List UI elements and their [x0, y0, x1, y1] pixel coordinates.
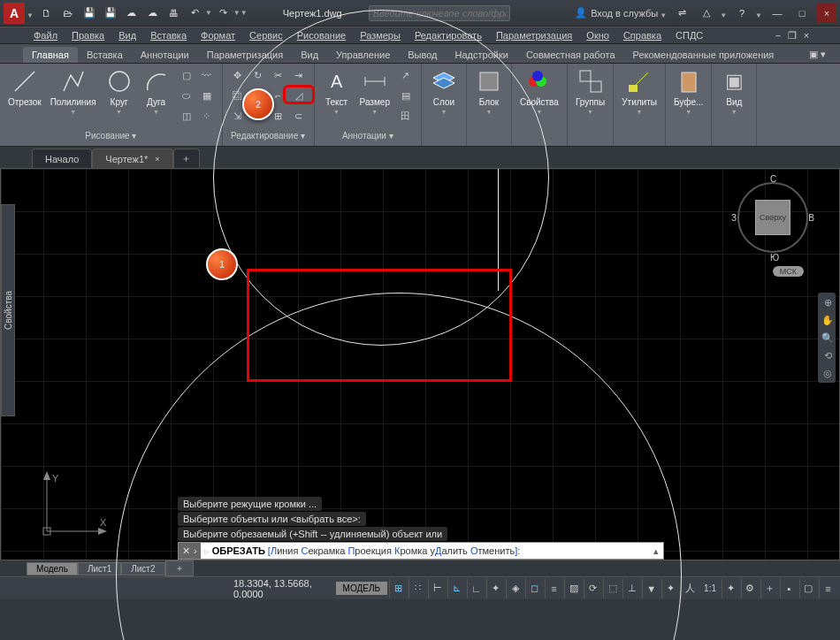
- doc-minimize[interactable]: −: [771, 28, 785, 42]
- command-area: Выберите режущие кромки ... Выберите объ…: [178, 497, 664, 560]
- redo-icon[interactable]: ↷: [214, 4, 233, 23]
- selection-rectangle: [247, 269, 512, 382]
- cmd-history-line: Выберите объекты или <выбрать все>:: [178, 512, 366, 526]
- doc-restore[interactable]: ❐: [785, 28, 799, 42]
- menu-window[interactable]: Окно: [579, 27, 616, 43]
- user-icon: 👤: [575, 7, 587, 19]
- cleanscreen-toggle[interactable]: ▢: [799, 579, 817, 598]
- command-line[interactable]: ✕› ▹ ОБРЕЗАТЬ [Линия Секрамка Проекция К…: [178, 542, 664, 560]
- wheel-icon[interactable]: ◎: [820, 365, 836, 381]
- saveas-icon[interactable]: 💾: [101, 4, 120, 23]
- zoom-icon[interactable]: 🔍: [820, 330, 836, 346]
- hwaccel-toggle[interactable]: ▪: [780, 579, 798, 598]
- svg-text:X: X: [100, 517, 107, 528]
- tab-home[interactable]: Главная: [23, 47, 78, 63]
- cloud-open-icon[interactable]: ☁: [122, 4, 141, 23]
- pan-icon[interactable]: ✋: [820, 312, 836, 328]
- customize-status[interactable]: ≡: [819, 579, 836, 598]
- polyline-button[interactable]: Полилиния▼: [48, 65, 99, 117]
- menu-help[interactable]: Справка: [616, 27, 668, 43]
- help-icon[interactable]: ?: [732, 4, 752, 23]
- navigation-bar: ⊕ ✋ 🔍 ⟲ ◎: [818, 293, 836, 383]
- group-clipboard: Буфе...▼: [666, 64, 712, 146]
- svg-text:Y: Y: [52, 473, 59, 484]
- cmd-history-line: Выберите обрезаемый (+Shift -- удлиняемы…: [178, 527, 447, 541]
- tab-annotate[interactable]: Аннотации: [132, 47, 198, 63]
- drawing-canvas[interactable]: Свойства 1 Y X Сверху С Ю В З МСК ⊕ ✋ 🔍 …: [0, 168, 840, 560]
- close-button[interactable]: ×: [817, 4, 836, 23]
- svg-point-8: [532, 71, 543, 81]
- tab-insert[interactable]: Вставка: [78, 47, 132, 63]
- groups-button[interactable]: Группы▼: [573, 65, 607, 117]
- wcs-badge[interactable]: МСК: [773, 266, 804, 277]
- app-logo[interactable]: A: [4, 3, 25, 24]
- viewcube[interactable]: Сверху С Ю В З: [733, 178, 813, 257]
- tab-featured[interactable]: Рекомендованные приложения: [624, 47, 783, 63]
- svg-rect-13: [682, 72, 696, 92]
- view-button[interactable]: ▣Вид▼: [717, 65, 751, 117]
- circle-button[interactable]: Круг▼: [103, 65, 136, 117]
- tab-start[interactable]: Начало: [32, 149, 92, 168]
- utilities-button[interactable]: Утилиты▼: [619, 65, 660, 117]
- open-icon[interactable]: 🗁: [58, 4, 78, 23]
- close-icon[interactable]: ×: [155, 155, 159, 164]
- login-services[interactable]: 👤 Вход в службы ▼: [575, 6, 667, 19]
- region-icon[interactable]: ◫: [177, 106, 196, 126]
- annomonitor-toggle[interactable]: ＋: [760, 579, 778, 598]
- svg-line-0: [15, 72, 34, 91]
- app-menu-drop[interactable]: ▼: [27, 6, 34, 19]
- menu-view[interactable]: Вид: [111, 27, 143, 43]
- tab-model[interactable]: Модель: [27, 562, 78, 575]
- rect-icon[interactable]: ▢: [177, 65, 196, 85]
- doc-close[interactable]: ×: [799, 28, 813, 42]
- annotation-scale[interactable]: 1:1: [700, 583, 720, 593]
- tab-collab[interactable]: Совместная работа: [517, 47, 624, 63]
- svg-point-1: [110, 72, 129, 91]
- arc-button[interactable]: Дуга▼: [140, 65, 173, 117]
- tab-layout1[interactable]: Лист1: [78, 562, 121, 575]
- cloud-save-icon[interactable]: ☁: [143, 4, 163, 23]
- save-icon[interactable]: 💾: [80, 4, 99, 23]
- properties-panel-tab[interactable]: Свойства: [1, 204, 15, 416]
- new-icon[interactable]: 🗋: [37, 4, 57, 23]
- callout-2: 2: [242, 88, 274, 120]
- annovisibility-toggle[interactable]: ✦: [722, 579, 739, 598]
- close-icon[interactable]: ✕: [182, 545, 190, 557]
- hatch-icon[interactable]: ▦: [197, 86, 217, 105]
- svg-marker-17: [98, 528, 107, 535]
- fullnav-icon[interactable]: ⊕: [820, 294, 836, 310]
- cmd-history-line: Выберите режущие кромки ...: [178, 497, 322, 511]
- maximize-button[interactable]: □: [792, 4, 812, 23]
- menu-parametric[interactable]: Параметризация: [489, 27, 579, 43]
- exchange-icon[interactable]: ⇌: [672, 4, 691, 23]
- tab-panel-tools[interactable]: ▣ ▾: [800, 46, 835, 63]
- svg-marker-15: [43, 471, 50, 480]
- menu-format[interactable]: Формат: [194, 27, 242, 43]
- svg-rect-10: [591, 81, 601, 92]
- clipboard-button[interactable]: Буфе...▼: [671, 65, 706, 117]
- annoscale-toggle[interactable]: 人: [681, 579, 699, 598]
- tab-drawing1[interactable]: Чертеж1*×: [92, 149, 172, 168]
- svg-rect-9: [580, 71, 591, 81]
- store-icon[interactable]: △: [697, 4, 716, 23]
- group-utilities: Утилиты▼: [614, 64, 666, 146]
- menu-edit[interactable]: Правка: [65, 27, 111, 43]
- chevron-icon[interactable]: ›: [194, 545, 197, 556]
- menu-file[interactable]: Файл: [27, 27, 65, 43]
- minimize-button[interactable]: —: [767, 4, 787, 23]
- point-icon[interactable]: ⁘: [197, 106, 217, 126]
- ws-switch[interactable]: ⚙: [741, 579, 759, 598]
- group-view: ▣Вид▼: [712, 64, 757, 146]
- highlight-box: [283, 85, 315, 104]
- undo-icon[interactable]: ↶: [186, 4, 205, 23]
- plot-icon[interactable]: 🖶: [164, 4, 184, 23]
- spline-icon[interactable]: 〰: [197, 65, 217, 85]
- orbit-icon[interactable]: ⟲: [820, 347, 836, 363]
- ellipse-icon[interactable]: ⬭: [177, 86, 196, 105]
- line-button[interactable]: Отрезок: [5, 65, 44, 109]
- menu-insert[interactable]: Вставка: [143, 27, 194, 43]
- menu-spds[interactable]: СПДС: [668, 27, 710, 43]
- qat-customize[interactable]: ▼: [241, 4, 248, 23]
- new-tab-button[interactable]: ＋: [173, 149, 200, 168]
- callout-1: 1: [206, 248, 238, 280]
